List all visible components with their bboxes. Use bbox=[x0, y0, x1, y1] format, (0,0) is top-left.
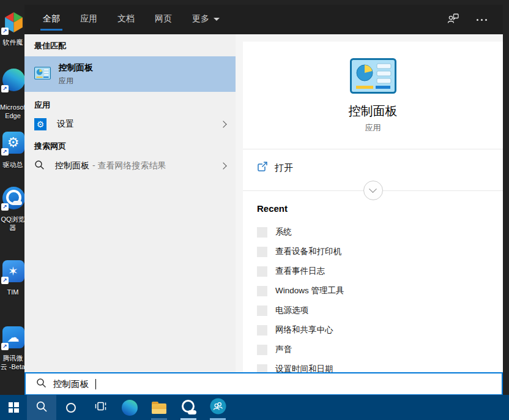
recent-item[interactable]: 查看事件日志 bbox=[257, 262, 497, 280]
web-suffix: - 查看网络搜索结果 bbox=[92, 160, 166, 171]
shortcut-arrow-icon bbox=[1, 85, 9, 92]
preview-title: 控制面板 bbox=[243, 103, 503, 119]
search-icon bbox=[34, 160, 45, 173]
best-match-title: 控制面板 bbox=[59, 62, 93, 73]
desktop-icon-label: QQ浏览器 bbox=[0, 215, 26, 232]
chevron-right-icon[interactable] bbox=[220, 162, 226, 169]
recent-item[interactable]: 电源选项 bbox=[257, 301, 497, 320]
task-view-icon bbox=[94, 400, 107, 414]
recent-header: Recent bbox=[257, 203, 288, 214]
cortana-button[interactable] bbox=[56, 395, 86, 420]
preview-pane: 控制面板 应用 打开 Re bbox=[236, 34, 503, 372]
contacts-icon bbox=[210, 398, 226, 417]
search-icon bbox=[36, 378, 46, 391]
shortcut-arrow-icon bbox=[1, 203, 9, 211]
tim-star-icon: ✶ bbox=[2, 260, 25, 283]
placeholder-icon bbox=[257, 247, 267, 257]
result-web-search[interactable]: 控制面板 - 查看网络搜索结果 bbox=[24, 156, 236, 176]
recent-item[interactable]: 声音 bbox=[257, 340, 497, 359]
divider bbox=[243, 149, 503, 149]
placeholder-icon bbox=[257, 227, 267, 238]
cortana-icon bbox=[66, 403, 76, 413]
recent-item[interactable]: 设置时间和日期 bbox=[257, 360, 497, 372]
open-button-label: 打开 bbox=[275, 162, 293, 174]
edge-icon bbox=[122, 400, 138, 416]
result-label: 设置 bbox=[57, 119, 74, 130]
shortcut-arrow-icon bbox=[1, 277, 9, 284]
tab-apps[interactable]: 应用 bbox=[79, 5, 98, 34]
desktop-icon-edge[interactable] bbox=[0, 69, 27, 91]
taskbar bbox=[0, 395, 509, 420]
chevron-down-icon bbox=[369, 185, 377, 193]
shortcut-arrow-icon bbox=[1, 28, 9, 35]
best-match-header: 最佳匹配 bbox=[34, 40, 66, 51]
search-input-value: 控制面板 bbox=[53, 378, 89, 390]
desktop-icon-weiyun[interactable]: ☁ bbox=[0, 326, 27, 349]
qq-browser-icon bbox=[2, 187, 25, 209]
tab-more[interactable]: 更多 bbox=[191, 5, 221, 34]
placeholder-icon bbox=[257, 286, 267, 296]
web-section-header: 搜索网页 bbox=[34, 141, 66, 152]
shortcut-arrow-icon bbox=[1, 148, 9, 156]
driver-gear-icon: ⚙ bbox=[2, 132, 25, 154]
taskbar-edge-button[interactable] bbox=[115, 395, 144, 420]
shortcut-arrow-icon bbox=[1, 343, 9, 350]
taskbar-explorer-button[interactable] bbox=[144, 395, 174, 420]
placeholder-icon bbox=[257, 325, 267, 336]
folder-icon bbox=[152, 403, 166, 414]
desktop-icon-qq-browser[interactable] bbox=[0, 187, 27, 209]
tab-all[interactable]: 全部 bbox=[42, 5, 61, 34]
placeholder-icon bbox=[257, 345, 267, 355]
best-match-type: 应用 bbox=[59, 76, 93, 86]
desktop-icon-label: 驱动总 bbox=[0, 160, 26, 169]
placeholder-icon bbox=[257, 306, 267, 316]
chevron-right-icon[interactable] bbox=[220, 121, 226, 127]
start-button[interactable] bbox=[0, 395, 27, 420]
web-query: 控制面板 bbox=[55, 160, 89, 171]
cloud-icon: ☁ bbox=[2, 326, 25, 349]
expand-chevron-button[interactable] bbox=[363, 181, 383, 200]
control-panel-icon bbox=[34, 67, 51, 82]
preview-subtitle: 应用 bbox=[243, 122, 503, 133]
feedback-icon[interactable] bbox=[447, 13, 459, 27]
text-cursor bbox=[95, 379, 96, 389]
windows-logo-icon bbox=[9, 402, 19, 413]
apps-section-header: 应用 bbox=[34, 100, 50, 111]
placeholder-icon bbox=[257, 364, 267, 373]
desktop-icon-label: 软件魔 bbox=[0, 38, 26, 47]
tab-more-label: 更多 bbox=[192, 13, 209, 24]
recent-item[interactable]: 系统 bbox=[257, 223, 497, 241]
chevron-down-icon bbox=[214, 18, 220, 21]
desktop-icon-tim[interactable]: ✶ bbox=[0, 260, 27, 283]
results-list: 最佳匹配 控制面板 应用 bbox=[24, 34, 236, 372]
desktop-icon-software-box[interactable] bbox=[0, 11, 27, 34]
search-icon bbox=[35, 400, 48, 415]
taskbar-search-button[interactable] bbox=[27, 395, 56, 420]
edge-icon bbox=[2, 69, 25, 91]
result-settings[interactable]: 设置 bbox=[24, 114, 236, 134]
taskbar-contacts-button[interactable] bbox=[203, 395, 232, 420]
desktop-icon-driver[interactable]: ⚙ bbox=[0, 132, 27, 154]
search-flyout: 全部 应用 文档 网页 更多 最佳匹配 bbox=[24, 5, 503, 395]
placeholder-icon bbox=[257, 266, 267, 277]
search-input[interactable]: 控制面板 bbox=[24, 372, 503, 396]
recent-item[interactable]: 网络和共享中心 bbox=[257, 321, 497, 339]
taskbar-qq-browser-button[interactable] bbox=[174, 395, 203, 420]
tab-documents[interactable]: 文档 bbox=[116, 5, 136, 34]
tab-web[interactable]: 网页 bbox=[154, 5, 173, 34]
settings-gear-icon bbox=[34, 118, 46, 130]
qq-browser-icon bbox=[180, 400, 196, 416]
best-match-item[interactable]: 控制面板 应用 bbox=[24, 56, 236, 92]
desktop-icon-label: Microsoft Edge bbox=[0, 103, 26, 120]
desktop-icon-label: TIM bbox=[0, 288, 26, 296]
software-box-icon bbox=[2, 11, 25, 34]
task-view-button[interactable] bbox=[86, 395, 115, 420]
recent-item[interactable]: Windows 管理工具 bbox=[257, 282, 497, 300]
search-tabs-bar: 全部 应用 文档 网页 更多 bbox=[24, 5, 503, 34]
control-panel-icon-large bbox=[350, 58, 396, 96]
open-external-icon bbox=[257, 161, 268, 174]
recent-item[interactable]: 查看设备和打印机 bbox=[257, 242, 497, 261]
desktop-icon-label: 腾讯微云 -Beta bbox=[0, 354, 26, 371]
ellipsis-icon[interactable] bbox=[477, 19, 487, 21]
open-button[interactable]: 打开 bbox=[257, 159, 293, 176]
